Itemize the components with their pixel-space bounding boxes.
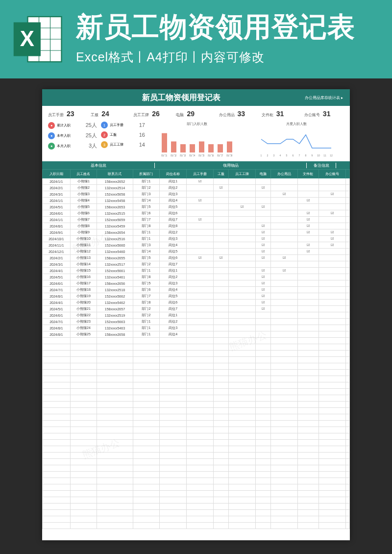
table-row: 2024/12/1小熊猫12132xxxx5460部门4岗位5☑☑: [43, 249, 350, 255]
table-row: [43, 465, 350, 472]
sheet-title-bar: 新员工物资领用登记表 办公用品库存统计表 ▸: [42, 89, 350, 106]
stat-item: 员工工牌26: [133, 110, 173, 118]
table-row: [43, 491, 350, 497]
svg-text:X: X: [20, 26, 34, 50]
table-header: 联系方式: [97, 170, 133, 178]
rank-metric: 1员工手册17: [101, 122, 145, 128]
table-group-header: 基本信息领用物品备注信息: [42, 161, 350, 169]
svg-rect-16: [199, 142, 204, 153]
svg-rect-18: [208, 144, 214, 152]
page-subtitle: Excel格式丨A4打印丨内容可修改: [76, 49, 265, 65]
table-row: [43, 433, 350, 440]
bar-chart: 部门入职人数 部门1部门2部门3部门4部门5部门6部门7部门8: [149, 122, 245, 157]
inventory-link[interactable]: 办公用品库存统计表 ▸: [305, 95, 343, 101]
table-row: 2024/1/1小熊猫1158xxxx2652部门1岗位1☑: [43, 178, 350, 185]
top-stats: 员工手册23工服24员工工牌26电脑29办公用品33文件柜31办公账号31: [42, 106, 350, 120]
table-row: 2024/8/1小熊猫24132xxxx5463部门1岗位3: [43, 325, 350, 331]
svg-text:部门1: 部门1: [161, 154, 167, 157]
left-metrics: ●累计入职25人●本年入职25人●本月入职3人: [48, 122, 97, 157]
stat-item: 工服24: [91, 110, 130, 118]
table-header: 文件柜: [297, 170, 318, 178]
table-header: 电脑: [255, 170, 270, 178]
table-row: [43, 497, 350, 504]
table-row: [43, 453, 350, 459]
svg-text:8: 8: [305, 154, 306, 157]
table-row: [43, 516, 350, 523]
svg-text:部门3: 部门3: [179, 154, 186, 157]
svg-text:9: 9: [311, 154, 313, 157]
svg-text:3: 3: [273, 154, 274, 157]
table-row: [43, 363, 350, 370]
table-row: 2024/6/1小熊猫17158xxxx2656部门5岗位3☑: [43, 280, 350, 287]
svg-rect-20: [218, 144, 223, 152]
table-row: [43, 382, 350, 389]
table-row: [43, 402, 350, 408]
table-row: [43, 414, 350, 421]
line-chart: 月度入职人数 123456789101112: [248, 122, 344, 157]
table-header: 员工工牌: [229, 170, 256, 178]
table-row: [43, 446, 350, 453]
page-title: 新员工物资领用登记表: [76, 9, 355, 46]
dashboard-row: ●累计入职25人●本年入职25人●本月入职3人 1员工手册172工服163员工工…: [42, 120, 350, 161]
svg-text:部门5: 部门5: [198, 154, 204, 157]
table-row: 2024/4/1小熊猫20132xxxx5462部门8岗位6☑: [43, 300, 350, 306]
metric-icon: ●: [48, 122, 55, 129]
table-row: [43, 459, 350, 465]
column-group: 领用物品: [155, 163, 307, 168]
chart1-title: 部门入职人数: [187, 122, 207, 126]
stat-item: 文件柜31: [262, 110, 301, 118]
table-row: [43, 523, 350, 529]
svg-rect-8: [162, 133, 167, 152]
svg-text:4: 4: [279, 154, 281, 157]
svg-text:12: 12: [330, 154, 333, 157]
table-row: [43, 357, 350, 363]
svg-text:1: 1: [260, 154, 262, 157]
metric-item: ●本月入职3人: [48, 142, 97, 150]
table-row: 2024/8/1小熊猫19152xxxx5662部门7岗位5☑: [43, 293, 350, 300]
svg-rect-12: [180, 144, 186, 152]
svg-text:部门6: 部门6: [207, 154, 214, 157]
table-row: 2024/2/1小熊猫2132xxxx2514部门2岗位2☑☑: [43, 185, 350, 191]
table-row: 2024/1/1小熊猫7152xxxx5659部门7岗位7☑☑: [43, 217, 350, 223]
table-row: 2024/6/1小熊猫22132xxxx2519部门2岗位1: [43, 312, 350, 319]
sheet-title: 新员工物资领用登记表: [142, 93, 220, 103]
table-row: [43, 408, 350, 414]
table-row: 2024/2/1小熊猫13158xxxx2655部门5岗位6☑☑☑☑: [43, 255, 350, 261]
rank-icon: 1: [101, 122, 108, 128]
table-row: [43, 351, 350, 357]
table-row: 2024/7/1小熊猫18132xxxx2518部门6岗位4☑: [43, 287, 350, 293]
table-row: [43, 389, 350, 395]
table-header: 工服: [213, 170, 228, 178]
stat-item: 电脑29: [176, 110, 216, 118]
rank-icon: 3: [101, 141, 108, 148]
table-row: [43, 484, 350, 491]
table-header: 所属部门: [133, 170, 160, 178]
svg-rect-14: [190, 144, 195, 152]
svg-text:10: 10: [317, 154, 320, 157]
svg-text:部门8: 部门8: [226, 154, 232, 157]
svg-text:部门2: 部门2: [170, 154, 176, 157]
chart2-title: 月度入职人数: [286, 122, 307, 126]
hero-banner: X 新员工物资领用登记表 Excel格式丨A4打印丨内容可修改: [0, 0, 392, 78]
rank-metric: 2工服16: [101, 131, 145, 138]
table-row: 2024/1/1小熊猫4132xxxx5458部门4岗位4☑☑: [43, 198, 350, 204]
mid-metrics: 1员工手册172工服163员工工牌14: [101, 122, 145, 157]
table-row: [43, 440, 350, 446]
table-row: 2024/3/1小熊猫14132xxxx2517部门2岗位7: [43, 261, 350, 268]
table-row: [43, 370, 350, 376]
table-row: 2024/5/1小熊猫5158xxxx2653部门5岗位5☑☑: [43, 204, 350, 210]
table-header: 入职日期: [43, 170, 71, 178]
svg-text:6: 6: [292, 154, 294, 157]
table-row: [43, 510, 350, 516]
table-row: [43, 395, 350, 402]
table-row: [43, 504, 350, 510]
table-row: 2024/7/1小熊猫23152xxxx5663部门1岗位2: [43, 319, 350, 325]
table-header: 办公账号: [318, 170, 345, 178]
table-row: 2024/8/1小熊猫8132xxxx5459部门8岗位8☑☑: [43, 223, 350, 229]
table-row: 2024/5/1小熊猫21158xxxx2657部门2岗位7☑: [43, 306, 350, 312]
metric-icon: ●: [48, 143, 55, 150]
metric-icon: ●: [48, 132, 55, 139]
table-row: [43, 376, 350, 382]
table-row: [43, 472, 350, 478]
column-group: 备注信息: [307, 163, 336, 168]
